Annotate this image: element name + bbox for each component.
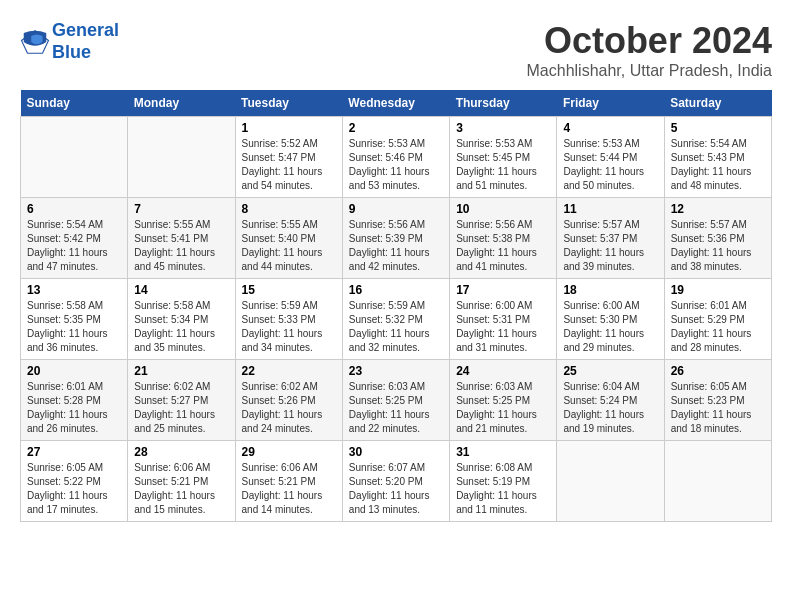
calendar-cell (128, 117, 235, 198)
logo-line2: Blue (52, 42, 91, 62)
day-number: 27 (27, 445, 121, 459)
weekday-header-thursday: Thursday (450, 90, 557, 117)
day-number: 17 (456, 283, 550, 297)
logo-line1: General (52, 20, 119, 40)
week-row-5: 27Sunrise: 6:05 AM Sunset: 5:22 PM Dayli… (21, 441, 772, 522)
day-info: Sunrise: 6:00 AM Sunset: 5:31 PM Dayligh… (456, 299, 550, 355)
calendar-cell: 31Sunrise: 6:08 AM Sunset: 5:19 PM Dayli… (450, 441, 557, 522)
week-row-1: 1Sunrise: 5:52 AM Sunset: 5:47 PM Daylig… (21, 117, 772, 198)
day-info: Sunrise: 6:06 AM Sunset: 5:21 PM Dayligh… (134, 461, 228, 517)
day-info: Sunrise: 5:54 AM Sunset: 5:42 PM Dayligh… (27, 218, 121, 274)
day-info: Sunrise: 5:57 AM Sunset: 5:37 PM Dayligh… (563, 218, 657, 274)
day-info: Sunrise: 6:07 AM Sunset: 5:20 PM Dayligh… (349, 461, 443, 517)
weekday-header-sunday: Sunday (21, 90, 128, 117)
day-number: 2 (349, 121, 443, 135)
day-number: 21 (134, 364, 228, 378)
day-info: Sunrise: 5:55 AM Sunset: 5:40 PM Dayligh… (242, 218, 336, 274)
day-number: 30 (349, 445, 443, 459)
day-info: Sunrise: 5:55 AM Sunset: 5:41 PM Dayligh… (134, 218, 228, 274)
day-number: 3 (456, 121, 550, 135)
day-number: 31 (456, 445, 550, 459)
day-number: 11 (563, 202, 657, 216)
day-number: 7 (134, 202, 228, 216)
day-number: 1 (242, 121, 336, 135)
day-number: 13 (27, 283, 121, 297)
day-info: Sunrise: 6:05 AM Sunset: 5:22 PM Dayligh… (27, 461, 121, 517)
calendar-cell: 8Sunrise: 5:55 AM Sunset: 5:40 PM Daylig… (235, 198, 342, 279)
calendar-cell: 25Sunrise: 6:04 AM Sunset: 5:24 PM Dayli… (557, 360, 664, 441)
day-number: 10 (456, 202, 550, 216)
logo: General Blue (20, 20, 119, 63)
day-number: 15 (242, 283, 336, 297)
calendar-cell: 26Sunrise: 6:05 AM Sunset: 5:23 PM Dayli… (664, 360, 771, 441)
calendar-cell: 19Sunrise: 6:01 AM Sunset: 5:29 PM Dayli… (664, 279, 771, 360)
calendar-cell: 15Sunrise: 5:59 AM Sunset: 5:33 PM Dayli… (235, 279, 342, 360)
day-number: 12 (671, 202, 765, 216)
day-number: 19 (671, 283, 765, 297)
calendar-cell: 18Sunrise: 6:00 AM Sunset: 5:30 PM Dayli… (557, 279, 664, 360)
day-info: Sunrise: 6:02 AM Sunset: 5:27 PM Dayligh… (134, 380, 228, 436)
calendar-cell: 9Sunrise: 5:56 AM Sunset: 5:39 PM Daylig… (342, 198, 449, 279)
calendar-cell: 20Sunrise: 6:01 AM Sunset: 5:28 PM Dayli… (21, 360, 128, 441)
day-info: Sunrise: 6:03 AM Sunset: 5:25 PM Dayligh… (456, 380, 550, 436)
day-number: 20 (27, 364, 121, 378)
header: General Blue October 2024 Machhlishahr, … (20, 20, 772, 80)
calendar-cell: 3Sunrise: 5:53 AM Sunset: 5:45 PM Daylig… (450, 117, 557, 198)
logo-icon (20, 27, 50, 57)
day-number: 25 (563, 364, 657, 378)
day-number: 14 (134, 283, 228, 297)
day-info: Sunrise: 6:08 AM Sunset: 5:19 PM Dayligh… (456, 461, 550, 517)
calendar-cell: 29Sunrise: 6:06 AM Sunset: 5:21 PM Dayli… (235, 441, 342, 522)
day-info: Sunrise: 6:04 AM Sunset: 5:24 PM Dayligh… (563, 380, 657, 436)
calendar-cell: 13Sunrise: 5:58 AM Sunset: 5:35 PM Dayli… (21, 279, 128, 360)
calendar-cell: 2Sunrise: 5:53 AM Sunset: 5:46 PM Daylig… (342, 117, 449, 198)
calendar-cell: 27Sunrise: 6:05 AM Sunset: 5:22 PM Dayli… (21, 441, 128, 522)
day-info: Sunrise: 6:02 AM Sunset: 5:26 PM Dayligh… (242, 380, 336, 436)
calendar-cell (557, 441, 664, 522)
weekday-header-saturday: Saturday (664, 90, 771, 117)
day-info: Sunrise: 6:05 AM Sunset: 5:23 PM Dayligh… (671, 380, 765, 436)
day-number: 28 (134, 445, 228, 459)
week-row-4: 20Sunrise: 6:01 AM Sunset: 5:28 PM Dayli… (21, 360, 772, 441)
day-number: 8 (242, 202, 336, 216)
calendar-cell: 17Sunrise: 6:00 AM Sunset: 5:31 PM Dayli… (450, 279, 557, 360)
day-number: 9 (349, 202, 443, 216)
day-number: 29 (242, 445, 336, 459)
day-number: 6 (27, 202, 121, 216)
calendar-cell (21, 117, 128, 198)
day-info: Sunrise: 5:59 AM Sunset: 5:33 PM Dayligh… (242, 299, 336, 355)
calendar-cell: 12Sunrise: 5:57 AM Sunset: 5:36 PM Dayli… (664, 198, 771, 279)
day-info: Sunrise: 5:58 AM Sunset: 5:34 PM Dayligh… (134, 299, 228, 355)
logo-text: General Blue (52, 20, 119, 63)
calendar-cell: 11Sunrise: 5:57 AM Sunset: 5:37 PM Dayli… (557, 198, 664, 279)
day-number: 5 (671, 121, 765, 135)
title-area: October 2024 Machhlishahr, Uttar Pradesh… (527, 20, 772, 80)
week-row-3: 13Sunrise: 5:58 AM Sunset: 5:35 PM Dayli… (21, 279, 772, 360)
calendar-cell: 23Sunrise: 6:03 AM Sunset: 5:25 PM Dayli… (342, 360, 449, 441)
day-info: Sunrise: 5:53 AM Sunset: 5:46 PM Dayligh… (349, 137, 443, 193)
calendar-cell: 7Sunrise: 5:55 AM Sunset: 5:41 PM Daylig… (128, 198, 235, 279)
day-info: Sunrise: 5:53 AM Sunset: 5:45 PM Dayligh… (456, 137, 550, 193)
day-info: Sunrise: 6:00 AM Sunset: 5:30 PM Dayligh… (563, 299, 657, 355)
day-info: Sunrise: 5:52 AM Sunset: 5:47 PM Dayligh… (242, 137, 336, 193)
location-title: Machhlishahr, Uttar Pradesh, India (527, 62, 772, 80)
day-number: 24 (456, 364, 550, 378)
calendar-cell: 28Sunrise: 6:06 AM Sunset: 5:21 PM Dayli… (128, 441, 235, 522)
day-number: 16 (349, 283, 443, 297)
calendar-cell: 4Sunrise: 5:53 AM Sunset: 5:44 PM Daylig… (557, 117, 664, 198)
day-info: Sunrise: 5:56 AM Sunset: 5:39 PM Dayligh… (349, 218, 443, 274)
calendar-cell: 22Sunrise: 6:02 AM Sunset: 5:26 PM Dayli… (235, 360, 342, 441)
calendar-cell: 1Sunrise: 5:52 AM Sunset: 5:47 PM Daylig… (235, 117, 342, 198)
calendar-cell (664, 441, 771, 522)
weekday-header-friday: Friday (557, 90, 664, 117)
day-number: 22 (242, 364, 336, 378)
calendar-cell: 14Sunrise: 5:58 AM Sunset: 5:34 PM Dayli… (128, 279, 235, 360)
month-title: October 2024 (527, 20, 772, 62)
calendar-cell: 6Sunrise: 5:54 AM Sunset: 5:42 PM Daylig… (21, 198, 128, 279)
day-number: 26 (671, 364, 765, 378)
weekday-header-wednesday: Wednesday (342, 90, 449, 117)
day-info: Sunrise: 6:01 AM Sunset: 5:28 PM Dayligh… (27, 380, 121, 436)
weekday-header-monday: Monday (128, 90, 235, 117)
day-info: Sunrise: 5:54 AM Sunset: 5:43 PM Dayligh… (671, 137, 765, 193)
calendar-table: SundayMondayTuesdayWednesdayThursdayFrid… (20, 90, 772, 522)
